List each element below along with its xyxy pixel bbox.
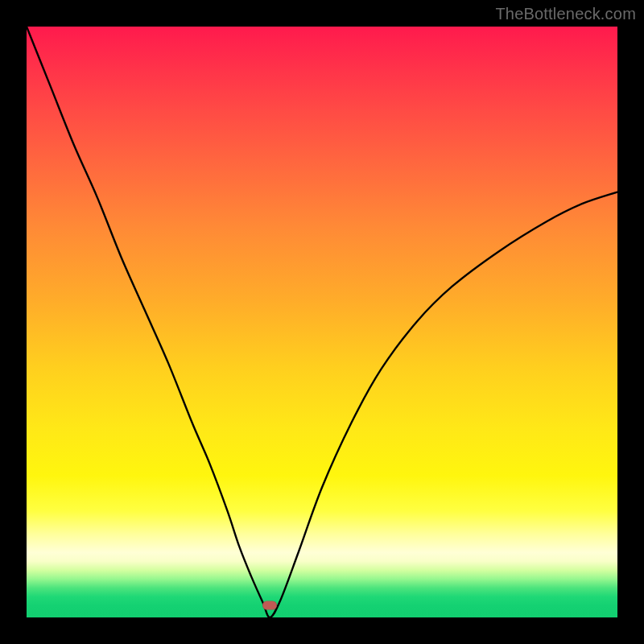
watermark-text: TheBottleneck.com [495,5,636,23]
plot-area [27,27,617,617]
chart-frame: TheBottleneck.com [0,0,644,644]
gradient-background [27,27,617,617]
minimum-marker [262,601,277,610]
